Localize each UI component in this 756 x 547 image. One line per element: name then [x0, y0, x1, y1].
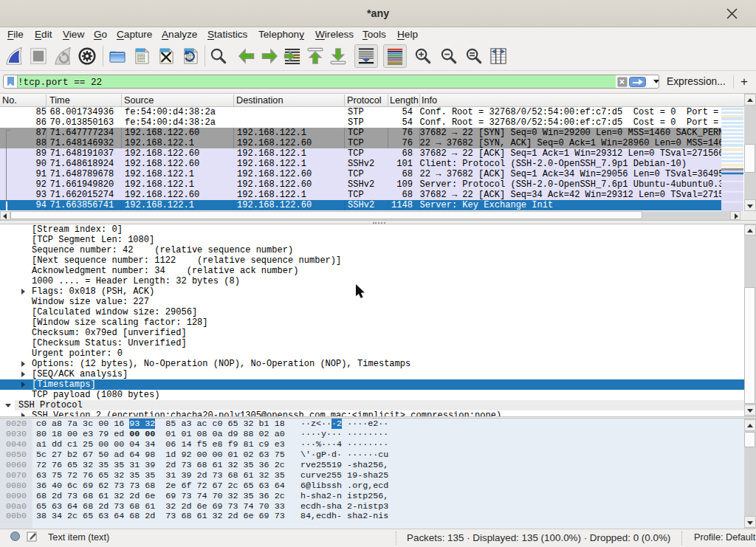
svg-text:0111: 0111	[137, 59, 145, 63]
